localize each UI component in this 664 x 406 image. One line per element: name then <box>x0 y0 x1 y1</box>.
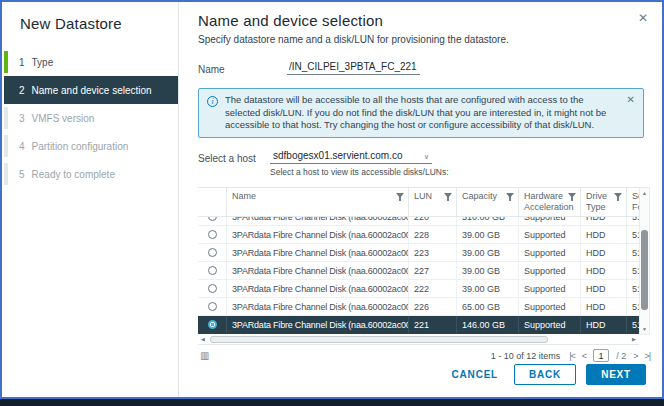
alert-close-icon[interactable]: ✕ <box>627 94 635 107</box>
vertical-scrollbar-thumb[interactable] <box>641 230 648 310</box>
disk-radio[interactable] <box>208 230 217 239</box>
disk-cell: 3PARdata Fibre Channel Disk (naa.60002ac… <box>226 217 408 225</box>
first-page-icon[interactable]: |< <box>569 351 575 361</box>
table-header-row: NameLUNCapacityHardware AccelerationDriv… <box>198 187 639 217</box>
filter-icon[interactable] <box>396 193 404 201</box>
radio-column-header <box>198 188 226 216</box>
disk-row-lun-222[interactable]: 3PARdata Fibre Channel Disk (naa.60002ac… <box>198 280 639 298</box>
horizontal-scrollbar-track[interactable] <box>208 335 629 344</box>
disk-radio[interactable] <box>208 302 217 311</box>
datastore-name-row: Name /IN_CILPEI_3PBTA_FC_221 <box>198 61 644 75</box>
cancel-button[interactable]: CANCEL <box>446 364 504 385</box>
wizard-step-3: 3VMFS version <box>2 104 178 132</box>
disk-cell: 220 <box>408 217 456 225</box>
info-alert: i The datastore will be accessible to al… <box>198 88 644 138</box>
disk-row-lun-223[interactable]: 3PARdata Fibre Channel Disk (naa.60002ac… <box>198 244 639 262</box>
step-indicator-bar <box>4 51 8 73</box>
column-header-capacity[interactable]: Capacity <box>456 188 518 216</box>
radio-cell <box>198 280 226 297</box>
radio-cell <box>198 262 226 279</box>
disk-radio[interactable] <box>208 248 217 257</box>
dialog-close-icon[interactable]: ✕ <box>638 12 648 24</box>
disk-cell: 512 <box>626 316 639 333</box>
step-label: Name and device selection <box>32 85 152 96</box>
chevron-down-icon: ∨ <box>424 153 429 161</box>
disk-cell: HDD <box>580 262 626 279</box>
column-picker-icon[interactable]: ▥ <box>200 351 209 361</box>
disk-radio-selected[interactable] <box>208 320 217 329</box>
disk-cell: HDD <box>580 280 626 297</box>
last-page-icon[interactable]: >| <box>644 351 650 361</box>
background-bar <box>0 399 664 406</box>
vertical-scrollbar[interactable]: ▲ ▼ <box>639 187 650 335</box>
current-page-input[interactable]: 1 <box>593 349 609 362</box>
back-button[interactable]: BACK <box>514 364 576 385</box>
action-buttons: CANCEL BACK NEXT <box>446 364 646 385</box>
scroll-down-icon[interactable]: ▼ <box>640 324 649 334</box>
radio-cell <box>198 244 226 261</box>
disk-cell: Supported <box>518 217 580 225</box>
disk-cell: 39.00 GB <box>456 280 518 297</box>
scroll-up-icon[interactable]: ▲ <box>640 188 649 198</box>
filter-icon[interactable] <box>506 193 514 201</box>
disk-cell: 223 <box>408 244 456 261</box>
prev-page-icon[interactable]: < <box>582 351 586 361</box>
horizontal-scrollbar-thumb[interactable] <box>210 336 548 343</box>
scroll-right-icon[interactable]: ▶ <box>629 336 639 342</box>
host-select-dropdown[interactable]: sdfbogesx01.servient.com.co ∨ <box>270 150 432 164</box>
column-header-lun[interactable]: LUN <box>408 188 456 216</box>
partially-scrolled-row[interactable]: 3PARdata Fibre Channel Disk (naa.60002ac… <box>198 217 639 226</box>
datastore-name-input[interactable]: /IN_CILPEI_3PBTA_FC_221 <box>287 61 420 75</box>
radio-cell <box>198 316 226 333</box>
step-label: Partition configuration <box>32 141 129 152</box>
step-indicator-bar <box>4 163 8 185</box>
next-button[interactable]: NEXT <box>586 364 646 385</box>
wizard-steps: 1Type2Name and device selection3VMFS ver… <box>2 48 178 188</box>
disk-cell: 39.00 GB <box>456 262 518 279</box>
disk-radio[interactable] <box>208 284 217 293</box>
disk-row-lun-226[interactable]: 3PARdata Fibre Channel Disk (naa.60002ac… <box>198 298 639 316</box>
disk-cell: Supported <box>518 280 580 297</box>
filter-icon[interactable] <box>444 193 452 201</box>
host-select-row: Select a host sdfbogesx01.servient.com.c… <box>198 150 644 164</box>
column-header-hardware-acceleration[interactable]: Hardware Acceleration <box>518 188 580 216</box>
wizard-step-2[interactable]: 2Name and device selection <box>4 76 178 104</box>
step-number: 5 <box>19 169 25 180</box>
step-indicator-bar <box>6 79 10 101</box>
step-label: Type <box>32 57 54 68</box>
wizard-step-1[interactable]: 1Type <box>2 48 178 76</box>
disk-cell: 227 <box>408 262 456 279</box>
host-select-helper: Select a host to view its accessible dis… <box>270 167 644 177</box>
column-header-label: Name <box>232 191 256 201</box>
disk-cell: 3PARdata Fibre Channel Disk (naa.60002ac… <box>226 316 408 333</box>
disk-cell: 512 <box>626 244 639 261</box>
disk-cell: 512 <box>626 262 639 279</box>
disk-cell: 3PARdata Fibre Channel Disk (naa.60002ac… <box>226 298 408 315</box>
next-page-icon[interactable]: > <box>633 351 637 361</box>
filter-icon[interactable] <box>614 193 622 201</box>
disk-cell: 222 <box>408 280 456 297</box>
disk-row-lun-228[interactable]: 3PARdata Fibre Channel Disk (naa.60002ac… <box>198 226 639 244</box>
column-header-label: Capacity <box>462 191 497 201</box>
scroll-left-icon[interactable]: ◀ <box>198 336 208 342</box>
disk-radio[interactable] <box>208 266 217 275</box>
column-header-drive-type[interactable]: Drive Type <box>580 188 626 216</box>
disk-row-lun-227[interactable]: 3PARdata Fibre Channel Disk (naa.60002ac… <box>198 262 639 280</box>
disk-cell: 3PARdata Fibre Channel Disk (naa.60002ac… <box>226 244 408 261</box>
disk-cell: 510.00 GB <box>456 217 518 225</box>
disk-cell: 226 <box>408 298 456 315</box>
items-range-label: 1 - 10 of 12 items <box>491 351 561 361</box>
horizontal-scrollbar[interactable]: ◀ ▶ <box>198 334 639 345</box>
disk-radio[interactable] <box>208 217 217 221</box>
disk-cell: 3PARdata Fibre Channel Disk (naa.60002ac… <box>226 280 408 297</box>
column-header-name[interactable]: Name <box>226 188 408 216</box>
column-header-sector-format[interactable]: Sector Format <box>626 188 639 216</box>
wizard-title: New Datastore <box>20 15 178 32</box>
step-number: 1 <box>19 57 25 68</box>
disk-row-lun-220[interactable]: 3PARdata Fibre Channel Disk (naa.60002ac… <box>198 217 639 226</box>
pagination: |< < 1 / 2 > >| <box>569 349 650 362</box>
disk-cell: 3PARdata Fibre Channel Disk (naa.60002ac… <box>226 262 408 279</box>
table-body: 3PARdata Fibre Channel Disk (naa.60002ac… <box>198 217 639 334</box>
disk-row-lun-221[interactable]: 3PARdata Fibre Channel Disk (naa.60002ac… <box>198 316 639 334</box>
filter-icon[interactable] <box>568 193 576 201</box>
